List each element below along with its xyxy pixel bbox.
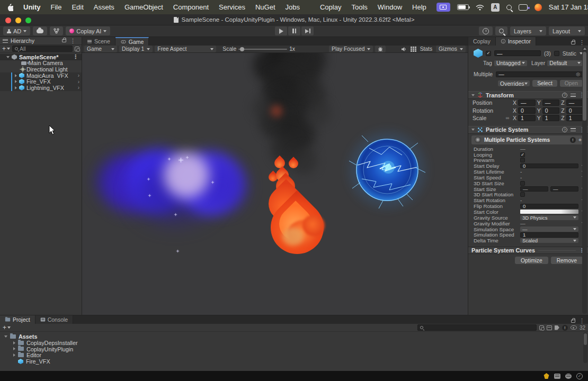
flip-rotation-field[interactable]: 0	[520, 204, 578, 209]
static-checkbox[interactable]	[554, 51, 559, 56]
menu-unity[interactable]: Unity	[23, 3, 41, 11]
simulation-space-dropdown[interactable]: —	[520, 226, 578, 232]
property-row-start-color[interactable]: Start Color	[468, 209, 588, 215]
foldout-icon[interactable]	[15, 80, 17, 83]
panel-menu-icon[interactable]: ⋮	[70, 38, 76, 44]
project-item-assets[interactable]: Assets	[4, 333, 588, 340]
particle-curves-header[interactable]: Particle System Curves ⋮	[468, 247, 588, 254]
3d-start-rotation-checkbox[interactable]	[520, 192, 525, 197]
hierarchy-item-fire-vfx[interactable]: Fire_VFX ›	[0, 78, 82, 85]
property-row-start-rotation[interactable]: Start Rotation -	[468, 197, 588, 203]
position-y-field[interactable]: —	[542, 99, 560, 106]
collab-status-icon[interactable]	[554, 374, 560, 379]
info-toggle-icon[interactable]: !	[562, 325, 568, 331]
hidden-count-eye-icon[interactable]	[571, 325, 577, 330]
property-row-start-speed[interactable]: Start Speed -	[468, 175, 588, 180]
panel-menu-icon[interactable]: ⋮	[579, 40, 585, 46]
menu-help[interactable]: Help	[412, 3, 426, 11]
menu-services[interactable]: Services	[219, 3, 245, 11]
layer-dropdown[interactable]: Default	[547, 60, 583, 66]
compile-status-icon[interactable]: ✓	[576, 373, 583, 379]
lock-icon[interactable]	[571, 41, 575, 44]
layers-dropdown[interactable]: Layers	[510, 26, 546, 35]
foldout-icon[interactable]	[471, 129, 475, 131]
name-field[interactable]: —	[494, 50, 541, 56]
menu-jobs[interactable]: Jobs	[286, 3, 300, 11]
tab-scene[interactable]: Scene	[82, 37, 115, 46]
scale-y-field[interactable]: 1	[542, 115, 560, 121]
project-search-input[interactable]	[417, 324, 537, 331]
open-button[interactable]: Open	[560, 80, 583, 87]
scale-slider-knob[interactable]	[240, 47, 244, 51]
menu-nuget[interactable]: NuGet	[255, 3, 275, 11]
help-icon[interactable]: ?	[562, 127, 567, 132]
menu-coplay[interactable]: Coplay	[320, 3, 341, 11]
version-control-button[interactable]	[50, 26, 63, 35]
scene-picker-icon[interactable]	[75, 47, 79, 51]
project-item-coplaydepsinstaller[interactable]: CoplayDepsInstaller	[4, 340, 588, 346]
display-dropdown[interactable]: Display 1	[119, 46, 153, 52]
project-item-fire-vfx[interactable]: Fire_VFX	[4, 358, 588, 365]
foldout-icon[interactable]	[15, 86, 17, 89]
start-size-field-2[interactable]: —	[550, 186, 578, 192]
search-by-type-icon[interactable]	[539, 325, 544, 330]
input-source-icon[interactable]: A	[491, 3, 500, 12]
tab-project[interactable]: Project	[0, 315, 35, 324]
activity-status-icon[interactable]	[544, 373, 549, 379]
property-row-simulation-space[interactable]: Simulation Space —	[468, 226, 588, 232]
presets-icon[interactable]	[571, 128, 576, 132]
start-color-swatch[interactable]	[520, 210, 578, 214]
project-item-coplayunityplugin[interactable]: CoplayUnityPlugin	[4, 346, 588, 352]
scale-z-field[interactable]: 1	[566, 115, 584, 121]
tab-console[interactable]: Console	[35, 315, 74, 324]
start-size-field-1[interactable]: —	[520, 186, 548, 192]
property-row-gravity-modifier[interactable]: Gravity Modifier —	[468, 221, 588, 226]
optimize-button[interactable]: Optimize	[515, 257, 548, 264]
target-picker-icon[interactable]: ◎	[576, 71, 580, 77]
start-delay-field[interactable]: 0	[520, 164, 578, 169]
layout-dropdown[interactable]: Layout	[549, 26, 585, 35]
hierarchy-item-main-camera[interactable]: Main Camera	[0, 60, 82, 67]
account-button[interactable]: AD	[3, 26, 30, 35]
cloud-services-button[interactable]	[33, 26, 47, 35]
tag-dropdown[interactable]: Untagged	[494, 60, 527, 66]
add-module-icon[interactable]: +	[578, 137, 582, 143]
scale-slider[interactable]	[238, 49, 287, 50]
foldout-icon[interactable]	[13, 341, 15, 344]
battery-icon[interactable]	[457, 4, 469, 10]
hierarchy-item-lightning-vfx[interactable]: Lightning_VFX ›	[0, 85, 82, 91]
property-row-flip-rotation[interactable]: Flip Rotation 0	[468, 203, 588, 209]
create-button[interactable]: +	[2, 45, 10, 52]
gizmos-dropdown[interactable]: Gizmos	[436, 46, 466, 52]
property-row-looping[interactable]: Looping ✓	[468, 152, 588, 158]
menu-window[interactable]: Window	[378, 3, 402, 11]
rotation-x-field[interactable]: 0	[518, 107, 536, 114]
select-button[interactable]: Select	[532, 80, 557, 87]
prefab-open-icon[interactable]: ›	[78, 85, 79, 90]
property-row-start-delay[interactable]: Start Delay 0	[468, 163, 588, 169]
property-row-3d-start-rotation[interactable]: 3D Start Rotation	[468, 192, 588, 198]
simulation-speed-field[interactable]: 1	[520, 232, 578, 238]
cache-status-icon[interactable]	[565, 374, 572, 379]
menubar-clock[interactable]: Sat 17 Jan 18:39	[549, 3, 588, 11]
lock-icon[interactable]	[62, 39, 66, 42]
foldout-icon[interactable]	[15, 74, 17, 77]
stats-toggle[interactable]: Stats	[420, 46, 432, 52]
menu-assets[interactable]: Assets	[94, 3, 114, 11]
inspector-scrollbar[interactable]	[582, 47, 587, 314]
scene-menu-icon[interactable]: ⋮	[73, 54, 78, 60]
display-target-dropdown[interactable]: Game	[84, 46, 117, 52]
3d-start-size-checkbox[interactable]	[520, 181, 525, 186]
prefab-open-icon[interactable]: ›	[78, 72, 79, 78]
tab-inspector[interactable]: i Inspector	[496, 37, 536, 46]
property-row-start-size[interactable]: Start Size — —	[468, 186, 588, 192]
hierarchy-search-input[interactable]: All	[12, 46, 73, 52]
minimize-window-button[interactable]	[15, 17, 21, 23]
apple-menu-icon[interactable]	[6, 3, 13, 11]
delta-time-dropdown[interactable]: Scaled	[520, 238, 578, 243]
overrides-dropdown[interactable]: Overrides	[498, 80, 530, 86]
property-row-delta-time[interactable]: Delta Time Scaled	[468, 238, 588, 243]
panel-menu-icon[interactable]: ⋮	[579, 318, 585, 324]
mute-audio-button[interactable]	[401, 47, 407, 52]
property-row-3d-start-size[interactable]: 3D Start Size	[468, 180, 588, 186]
